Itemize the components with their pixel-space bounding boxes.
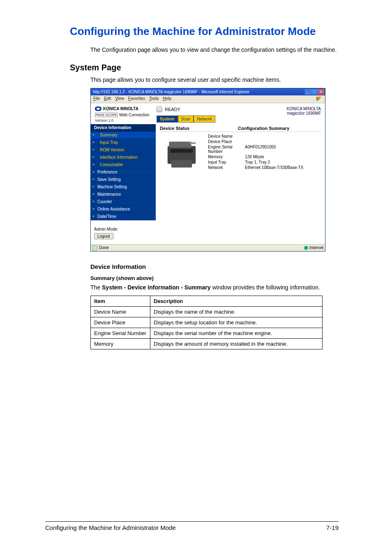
summary-para: The System - Device Information - Summar…: [90, 284, 339, 292]
sidebar-item-counter[interactable]: Counter: [91, 198, 156, 206]
printer-status-icon: [157, 106, 162, 112]
summary-para-pre: The: [90, 284, 102, 291]
page-footer: Configuring the Machine for Administrato…: [45, 521, 339, 531]
logout-button[interactable]: Logout: [94, 233, 113, 239]
table-row: Device Place: [208, 139, 303, 144]
titlebar: http://192.168.1.2 - KONICA MINOLTA magi…: [91, 88, 325, 95]
statusbar-internet: Internet: [309, 245, 323, 250]
table-row: Input TrayTray 1, Tray 2: [208, 160, 303, 165]
table-row: NetworkEthernet 10Base-T/100Base-TX: [208, 165, 303, 170]
km-logo-icon: [95, 106, 101, 111]
th-description: Description: [150, 296, 323, 307]
sidebar-item-input-tray[interactable]: Input Tray: [91, 139, 156, 146]
menu-favorites[interactable]: Favorites: [128, 96, 145, 102]
th-item: Item: [91, 296, 150, 307]
menu-tools[interactable]: Tools: [149, 96, 159, 102]
footer-page-number: 7-19: [326, 524, 339, 531]
table-row: Memory128 Mbyte: [208, 154, 303, 160]
sidebar-item-rom-version[interactable]: ROM Version: [91, 146, 156, 154]
svg-rect-4: [171, 160, 191, 168]
sidebar-item-consumable[interactable]: Consumable: [91, 161, 156, 169]
internet-zone-icon: [304, 246, 308, 250]
sidebar-item-summary[interactable]: Summary: [91, 132, 156, 139]
web-connection-text: Web Connection: [119, 113, 150, 117]
status-ready: READY: [157, 106, 267, 112]
statusbar: Done Internet: [91, 244, 325, 251]
maximize-button[interactable]: □: [311, 89, 318, 95]
table-row: Engine Serial NumberA0HF012901055: [208, 144, 303, 154]
svg-rect-5: [189, 143, 196, 144]
device-information-heading: Device Information: [90, 263, 339, 270]
device-status-title: Device Status: [160, 126, 221, 131]
system-page-intro: This page allows you to configure severa…: [90, 76, 339, 83]
admin-mode-label: Admin Mode:: [94, 227, 152, 231]
ready-text: READY: [165, 107, 180, 112]
version-label: Version 1.0: [95, 118, 157, 123]
summary-table: Item Description Device Name Displays th…: [90, 296, 323, 349]
sidebar-item-date-time[interactable]: Date/Time: [91, 213, 156, 220]
embedded-screenshot: http://192.168.1.2 - KONICA MINOLTA magi…: [90, 88, 339, 252]
printer-image: [160, 135, 203, 174]
tab-scan[interactable]: Scan: [178, 116, 194, 123]
sidebar-item-interface-info[interactable]: Interface Information: [91, 154, 156, 161]
km-logo: KONICA MINOLTA: [95, 106, 157, 111]
main-pane: Device Status Configuration Summary: [156, 124, 325, 244]
close-button[interactable]: ×: [318, 89, 324, 95]
menu-file[interactable]: File: [93, 96, 100, 102]
brand-line1: KONICA MINOLTA: [267, 106, 321, 111]
table-row: Engine Serial Number Displays the serial…: [91, 328, 323, 339]
sidebar: Device Information Summary Input Tray RO…: [91, 124, 156, 244]
statusbar-done: Done: [99, 245, 304, 250]
svg-rect-2: [169, 142, 191, 148]
summary-para-bold: System - Device Information - Summary: [102, 284, 211, 291]
configuration-summary-title: Configuration Summary: [238, 126, 289, 131]
system-page-heading: System Page: [70, 63, 339, 72]
config-summary-table: Device Name Device Place Engine Serial N…: [208, 134, 303, 174]
tab-network[interactable]: Network: [194, 116, 215, 123]
footer-title: Configuring the Machine for Administrato…: [45, 524, 176, 531]
done-icon: [92, 245, 97, 250]
sidebar-header-device-info[interactable]: Device Information: [91, 124, 156, 132]
window-title: http://192.168.1.2 - KONICA MINOLTA magi…: [92, 90, 304, 94]
sidebar-item-maintenance[interactable]: Maintenance: [91, 191, 156, 198]
browser-window: http://192.168.1.2 - KONICA MINOLTA magi…: [90, 88, 325, 252]
pagescope-icon: PAGE SCOPE: [95, 113, 118, 117]
summary-para-post: window provides the following informatio…: [211, 284, 320, 291]
brand-line2: magicolor 1690MF: [267, 111, 321, 116]
menu-help[interactable]: Help: [163, 96, 171, 102]
sidebar-item-online-assistance[interactable]: Online Assistance: [91, 206, 156, 213]
svg-rect-3: [171, 149, 193, 153]
sidebar-item-save-setting[interactable]: Save Setting: [91, 176, 156, 183]
sidebar-item-preference[interactable]: Preference: [91, 169, 156, 176]
table-row: Memory Displays the amount of memory ins…: [91, 339, 323, 349]
menubar: File Edit View Favorites Tools Help: [91, 95, 325, 103]
table-row: Device Name Displays the name of the mac…: [91, 307, 323, 317]
table-row: Device Name: [208, 134, 303, 139]
page-heading: Configuring the Machine for Administrato…: [70, 25, 339, 38]
menu-view[interactable]: View: [115, 96, 124, 102]
table-row: Device Place Displays the setup location…: [91, 317, 323, 328]
summary-shown-above: Summary (shown above): [90, 275, 339, 281]
ie-flag-icon: [316, 96, 323, 102]
intro-text: The Configuration page allows you to vie…: [90, 46, 339, 54]
menu-edit[interactable]: Edit: [104, 96, 111, 102]
tab-system[interactable]: System: [157, 116, 178, 123]
sidebar-item-machine-setting[interactable]: Machine Setting: [91, 183, 156, 191]
web-connection-label: PAGE SCOPE Web Connection: [95, 113, 157, 117]
minimize-button[interactable]: _: [305, 89, 311, 95]
km-logo-text: KONICA MINOLTA: [103, 106, 138, 111]
